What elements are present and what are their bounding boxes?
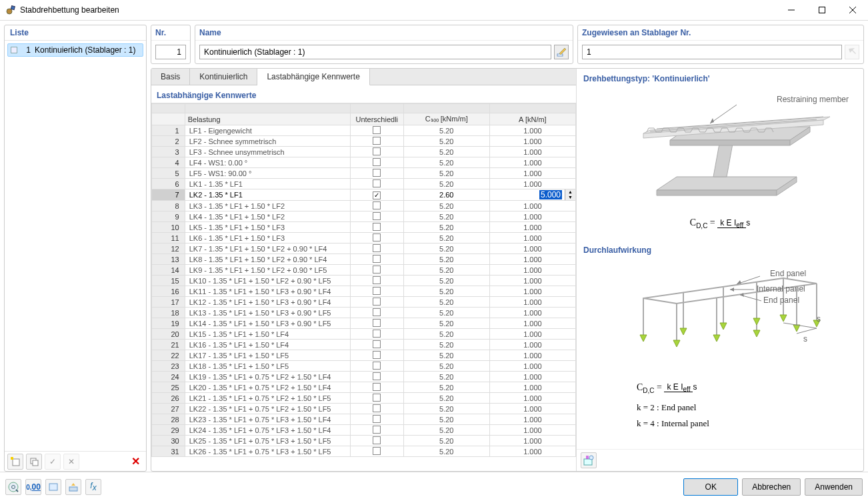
minimize-button[interactable] (776, 0, 807, 20)
cell-load[interactable]: LK16 - 1.35 * LF1 + 1.50 * LF4 (185, 340, 350, 350)
table-row[interactable]: 18LK13 - 1.35 * LF1 + 1.50 * LF3 + 0.90 … (152, 308, 576, 318)
checkbox-icon[interactable] (373, 137, 381, 145)
checkbox-icon[interactable] (373, 287, 381, 295)
cell-a[interactable]: 1.000 (489, 350, 575, 361)
cell-diff[interactable] (350, 372, 403, 382)
cell-a[interactable]: 1.000 (489, 179, 575, 189)
cell-load[interactable]: LK13 - 1.35 * LF1 + 1.50 * LF3 + 0.90 * … (185, 308, 350, 318)
cell-diff[interactable] (350, 276, 403, 286)
cell-a[interactable]: 1.000 (489, 168, 575, 179)
checkbox-icon[interactable] (373, 351, 381, 359)
cell-c100[interactable]: 2.60 (403, 189, 489, 201)
table-row[interactable]: 6LK1 - 1.35 * LF15.201.000 (152, 179, 576, 189)
tab-basis[interactable]: Basis (151, 69, 190, 85)
cell-a[interactable]: 1.000 (489, 436, 575, 446)
cell-diff[interactable] (350, 233, 403, 243)
cell-load[interactable]: LF2 - Schnee symmetrisch (185, 136, 350, 147)
cell-c100[interactable]: 5.20 (403, 147, 489, 157)
checkbox-icon[interactable] (373, 319, 381, 327)
table-row[interactable]: 23LK18 - 1.35 * LF1 + 1.50 * LF55.201.00… (152, 361, 576, 372)
cell-c100[interactable]: 5.20 (403, 329, 489, 340)
cell-load[interactable]: LF1 - Eigengewicht (185, 125, 350, 136)
cell-a[interactable]: 1.000 (489, 382, 575, 393)
table-row[interactable]: 30LK25 - 1.35 * LF1 + 0.75 * LF3 + 1.50 … (152, 436, 576, 446)
cell-load[interactable]: LK2 - 1.35 * LF1 (185, 189, 350, 201)
table-row[interactable]: 13LK8 - 1.35 * LF1 + 1.50 * LF2 + 0.90 *… (152, 254, 576, 265)
cell-load[interactable]: LK26 - 1.35 * LF1 + 0.75 * LF3 + 1.50 * … (185, 446, 350, 457)
checkbox-icon[interactable] (373, 158, 381, 166)
cell-diff[interactable] (350, 436, 403, 446)
apply-button[interactable]: Anwenden (805, 478, 863, 496)
cell-load[interactable]: LK24 - 1.35 * LF1 + 0.75 * LF3 + 1.50 * … (185, 425, 350, 436)
cell-load[interactable]: LK25 - 1.35 * LF1 + 0.75 * LF3 + 1.50 * … (185, 436, 350, 446)
table-row[interactable]: 27LK22 - 1.35 * LF1 + 0.75 * LF2 + 1.50 … (152, 404, 576, 414)
help-button[interactable] (5, 479, 21, 495)
cell-a[interactable]: 1.000 (489, 201, 575, 211)
cell-c100[interactable]: 5.20 (403, 136, 489, 147)
cell-diff[interactable] (350, 168, 403, 179)
cell-load[interactable]: LK14 - 1.35 * LF1 + 1.50 * LF3 + 0.90 * … (185, 318, 350, 329)
cell-a[interactable]: 1.000 (489, 308, 575, 318)
cell-a[interactable]: 5.000▲▼ (489, 189, 575, 201)
cell-c100[interactable]: 5.20 (403, 179, 489, 189)
checkbox-icon[interactable] (373, 191, 381, 199)
table-row[interactable]: 11LK6 - 1.35 * LF1 + 1.50 * LF35.201.000 (152, 233, 576, 243)
cell-a[interactable]: 1.000 (489, 404, 575, 414)
cell-load[interactable]: LK7 - 1.35 * LF1 + 1.50 * LF2 + 0.90 * L… (185, 243, 350, 254)
cell-a[interactable]: 1.000 (489, 125, 575, 136)
cell-a[interactable]: 1.000 (489, 286, 575, 297)
table-row[interactable]: 26LK21 - 1.35 * LF1 + 0.75 * LF2 + 1.50 … (152, 393, 576, 404)
table-row[interactable]: 19LK14 - 1.35 * LF1 + 1.50 * LF3 + 0.90 … (152, 318, 576, 329)
cell-a[interactable]: 1.000 (489, 393, 575, 404)
cell-load[interactable]: LK6 - 1.35 * LF1 + 1.50 * LF3 (185, 233, 350, 243)
cell-c100[interactable]: 5.20 (403, 414, 489, 425)
cell-diff[interactable] (350, 286, 403, 297)
cell-load[interactable]: LK21 - 1.35 * LF1 + 0.75 * LF2 + 1.50 * … (185, 393, 350, 404)
cell-diff[interactable] (350, 308, 403, 318)
cell-c100[interactable]: 5.20 (403, 404, 489, 414)
cell-diff[interactable] (350, 393, 403, 404)
checkbox-icon[interactable] (373, 233, 381, 241)
ok-button[interactable]: OK (683, 478, 738, 496)
checkbox-icon[interactable] (373, 308, 381, 316)
list-item[interactable]: 1 Kontinuierlich (Stablager : 1) (7, 43, 143, 57)
table-row[interactable]: 2LF2 - Schnee symmetrisch5.201.000 (152, 136, 576, 147)
cell-diff[interactable] (350, 243, 403, 254)
cell-a[interactable]: 1.000 (489, 361, 575, 372)
copy-button[interactable] (26, 454, 42, 470)
checkbox-icon[interactable] (373, 244, 381, 252)
cell-c100[interactable]: 5.20 (403, 201, 489, 211)
table-row[interactable]: 16LK11 - 1.35 * LF1 + 1.50 * LF3 + 0.90 … (152, 286, 576, 297)
checkbox-icon[interactable] (373, 212, 381, 220)
cell-load[interactable]: LK4 - 1.35 * LF1 + 1.50 * LF2 (185, 211, 350, 222)
cell-c100[interactable]: 5.20 (403, 425, 489, 436)
cell-diff[interactable] (350, 446, 403, 457)
table-row[interactable]: 20LK15 - 1.35 * LF1 + 1.50 * LF45.201.00… (152, 329, 576, 340)
maximize-button[interactable] (807, 0, 837, 20)
cell-diff[interactable] (350, 265, 403, 276)
cell-a[interactable]: 1.000 (489, 222, 575, 233)
cell-a[interactable]: 1.000 (489, 329, 575, 340)
checkbox-icon[interactable] (373, 383, 381, 391)
cell-load[interactable]: LK15 - 1.35 * LF1 + 1.50 * LF4 (185, 329, 350, 340)
cell-c100[interactable]: 5.20 (403, 372, 489, 382)
table-row[interactable]: 8LK3 - 1.35 * LF1 + 1.50 * LF25.201.000 (152, 201, 576, 211)
cell-load[interactable]: LK5 - 1.35 * LF1 + 1.50 * LF3 (185, 222, 350, 233)
spin-up-icon[interactable]: ▲ (565, 189, 575, 195)
cell-c100[interactable]: 5.20 (403, 436, 489, 446)
checkbox-icon[interactable] (373, 372, 381, 380)
cell-c100[interactable]: 5.20 (403, 243, 489, 254)
cell-diff[interactable] (350, 179, 403, 189)
cell-load[interactable]: LK9 - 1.35 * LF1 + 1.50 * LF2 + 0.90 * L… (185, 265, 350, 276)
cell-a[interactable]: 1.000 (489, 157, 575, 168)
cell-load[interactable]: LK19 - 1.35 * LF1 + 0.75 * LF2 + 1.50 * … (185, 372, 350, 382)
cell-c100[interactable]: 5.20 (403, 233, 489, 243)
cell-diff[interactable] (350, 350, 403, 361)
checkbox-icon[interactable] (373, 266, 381, 274)
checkbox-icon[interactable] (373, 147, 381, 155)
fx-button[interactable]: fx (85, 479, 101, 495)
data-grid[interactable]: Belastung Unterschiedli C₁₀₀ [kNm/m] A [… (151, 103, 576, 471)
cell-diff[interactable] (350, 318, 403, 329)
spin-down-icon[interactable]: ▼ (565, 195, 575, 200)
table-row[interactable]: 28LK23 - 1.35 * LF1 + 0.75 * LF3 + 1.50 … (152, 414, 576, 425)
